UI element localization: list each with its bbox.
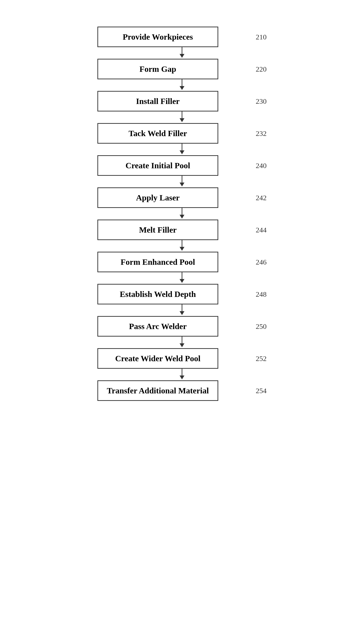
step-install-filler-number: 230: [256, 97, 267, 105]
arrow-step-form-gap: [122, 79, 242, 91]
arrow-step-tack-weld-filler: [122, 144, 242, 155]
arrow-step-provide-workpieces: [122, 47, 242, 59]
flow-row-step-tack-weld-filler: Tack Weld Filler232: [97, 123, 267, 144]
step-create-wider-weld-pool-number: 252: [256, 354, 267, 363]
flow-row-step-provide-workpieces: Provide Workpieces210: [97, 27, 267, 47]
flow-row-step-install-filler: Install Filler230: [97, 91, 267, 112]
arrow-step-form-enhanced-pool: [122, 272, 242, 284]
flow-row-step-apply-laser: Apply Laser242: [97, 187, 267, 208]
step-pass-arc-welder-number: 250: [256, 322, 267, 331]
step-form-gap-box: Form Gap: [97, 59, 218, 79]
step-establish-weld-depth-number: 248: [256, 290, 267, 298]
step-establish-weld-depth-box: Establish Weld Depth: [97, 284, 218, 304]
step-create-initial-pool-number: 240: [256, 161, 267, 170]
step-form-gap-number: 220: [256, 65, 267, 73]
step-form-enhanced-pool-number: 246: [256, 258, 267, 266]
flow-row-step-transfer-additional-material: Transfer Additional Material254: [97, 380, 267, 401]
step-pass-arc-welder-box: Pass Arc Welder: [97, 316, 218, 337]
arrow-step-create-wider-weld-pool: [122, 369, 242, 380]
arrow-step-install-filler: [122, 112, 242, 123]
arrow-step-create-initial-pool: [122, 176, 242, 187]
flowchart: Provide Workpieces210Form Gap220Install …: [0, 27, 364, 401]
flow-row-step-pass-arc-welder: Pass Arc Welder250: [97, 316, 267, 337]
step-create-wider-weld-pool-box: Create Wider Weld Pool: [97, 348, 218, 369]
flow-row-step-create-wider-weld-pool: Create Wider Weld Pool252: [97, 348, 267, 369]
arrow-step-pass-arc-welder: [122, 337, 242, 348]
flow-row-step-form-enhanced-pool: Form Enhanced Pool246: [97, 252, 267, 272]
flow-row-step-create-initial-pool: Create Initial Pool240: [97, 155, 267, 176]
step-melt-filler-number: 244: [256, 226, 267, 234]
step-provide-workpieces-number: 210: [256, 33, 267, 41]
step-create-initial-pool-box: Create Initial Pool: [97, 155, 218, 176]
step-tack-weld-filler-number: 232: [256, 129, 267, 138]
step-tack-weld-filler-box: Tack Weld Filler: [97, 123, 218, 144]
step-form-enhanced-pool-box: Form Enhanced Pool: [97, 252, 218, 272]
step-melt-filler-box: Melt Filler: [97, 220, 218, 240]
step-transfer-additional-material-number: 254: [256, 387, 267, 395]
page-title: [0, 0, 364, 22]
flow-row-step-establish-weld-depth: Establish Weld Depth248: [97, 284, 267, 304]
step-provide-workpieces-box: Provide Workpieces: [97, 27, 218, 47]
step-apply-laser-number: 242: [256, 194, 267, 202]
flow-row-step-melt-filler: Melt Filler244: [97, 220, 267, 240]
arrow-step-apply-laser: [122, 208, 242, 220]
step-apply-laser-box: Apply Laser: [97, 187, 218, 208]
arrow-step-establish-weld-depth: [122, 304, 242, 316]
flow-row-step-form-gap: Form Gap220: [97, 59, 267, 79]
step-install-filler-box: Install Filler: [97, 91, 218, 112]
arrow-step-melt-filler: [122, 240, 242, 252]
step-transfer-additional-material-box: Transfer Additional Material: [97, 380, 218, 401]
